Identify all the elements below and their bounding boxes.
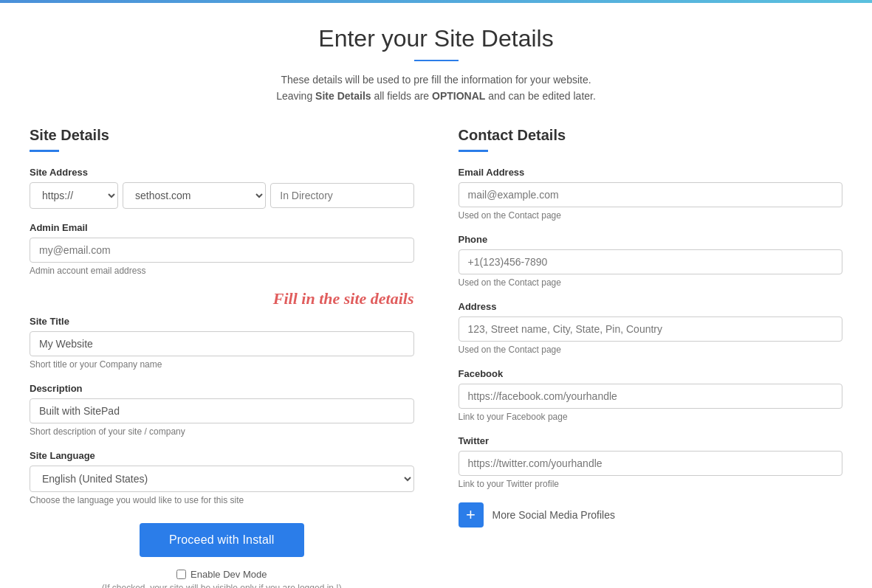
proceed-install-button[interactable]: Proceed with Install — [140, 523, 304, 557]
page-subtitle: These details will be used to pre fill t… — [30, 72, 842, 105]
more-social-row: + More Social Media Profiles — [459, 502, 843, 528]
admin-email-hint: Admin account email address — [30, 266, 414, 276]
contact-email-input[interactable] — [459, 182, 843, 207]
phone-input[interactable] — [459, 249, 843, 274]
dev-mode-checkbox[interactable] — [176, 570, 186, 579]
site-address-row: https:// http:// sethost.com — [30, 182, 414, 209]
phone-group: Phone Used on the Contact page — [459, 234, 843, 288]
facebook-label: Facebook — [459, 368, 843, 379]
fill-annotation: Fill in the site details — [30, 289, 414, 308]
facebook-hint: Link to your Facebook page — [459, 412, 843, 422]
site-language-group: Site Language English (United States) En… — [30, 450, 414, 505]
site-address-group: Site Address https:// http:// sethost.co… — [30, 167, 414, 209]
address-hint: Used on the Contact page — [459, 345, 843, 355]
address-group: Address Used on the Contact page — [459, 301, 843, 355]
description-label: Description — [30, 383, 414, 394]
description-group: Description Short description of your si… — [30, 383, 414, 437]
site-title-label: Site Title — [30, 316, 414, 327]
subtitle-mid2: all fields are — [371, 90, 432, 102]
contact-details-title: Contact Details — [459, 127, 843, 144]
dev-mode-hint: (If checked, your site will be visible o… — [30, 583, 414, 588]
description-hint: Short description of your site / company — [30, 426, 414, 437]
page-container: Enter your Site Details These details wi… — [0, 3, 872, 588]
domain-select[interactable]: sethost.com — [123, 182, 266, 209]
site-details-title: Site Details — [30, 127, 414, 144]
contact-details-underline — [459, 150, 488, 152]
twitter-input[interactable] — [459, 451, 843, 476]
facebook-input[interactable] — [459, 384, 843, 409]
twitter-hint: Link to your Twitter profile — [459, 479, 843, 489]
title-underline — [414, 60, 459, 61]
dev-mode-label: Enable Dev Mode — [190, 569, 267, 580]
language-select[interactable]: English (United States) English (UK) Spa… — [30, 466, 414, 492]
site-title-hint: Short title or your Company name — [30, 359, 414, 370]
contact-email-label: Email Address — [459, 167, 843, 178]
phone-hint: Used on the Contact page — [459, 277, 843, 288]
subtitle-mid: Leaving — [276, 90, 315, 102]
contact-email-group: Email Address Used on the Contact page — [459, 167, 843, 221]
directory-input[interactable] — [270, 183, 413, 208]
right-column: Contact Details Email Address Used on th… — [459, 127, 843, 528]
twitter-group: Twitter Link to your Twitter profile — [459, 435, 843, 489]
site-language-label: Site Language — [30, 450, 414, 461]
description-input[interactable] — [30, 398, 414, 423]
site-language-hint: Choose the language you would like to us… — [30, 495, 414, 505]
left-column: Site Details Site Address https:// http:… — [30, 127, 414, 588]
page-title: Enter your Site Details — [30, 25, 842, 52]
address-input[interactable] — [459, 317, 843, 342]
admin-email-group: Admin Email Admin account email address — [30, 222, 414, 276]
phone-label: Phone — [459, 234, 843, 245]
admin-email-label: Admin Email — [30, 222, 414, 233]
protocol-select[interactable]: https:// http:// — [30, 182, 118, 209]
site-details-underline — [30, 150, 59, 152]
address-label: Address — [459, 301, 843, 312]
two-column-layout: Site Details Site Address https:// http:… — [30, 127, 842, 588]
subtitle-bold1: Site Details — [315, 90, 371, 102]
facebook-group: Facebook Link to your Facebook page — [459, 368, 843, 422]
site-address-label: Site Address — [30, 167, 414, 178]
site-title-group: Site Title Short title or your Company n… — [30, 316, 414, 370]
subtitle-line1: These details will be used to pre fill t… — [281, 74, 591, 86]
more-social-button[interactable]: + — [459, 502, 484, 528]
twitter-label: Twitter — [459, 435, 843, 446]
dev-mode-row: Enable Dev Mode — [30, 569, 414, 580]
subtitle-end: and can be edited later. — [485, 90, 595, 102]
contact-email-hint: Used on the Contact page — [459, 210, 843, 221]
site-title-input[interactable] — [30, 331, 414, 356]
admin-email-input[interactable] — [30, 238, 414, 263]
subtitle-bold2: OPTIONAL — [432, 90, 485, 102]
more-social-label: More Social Media Profiles — [492, 509, 616, 521]
